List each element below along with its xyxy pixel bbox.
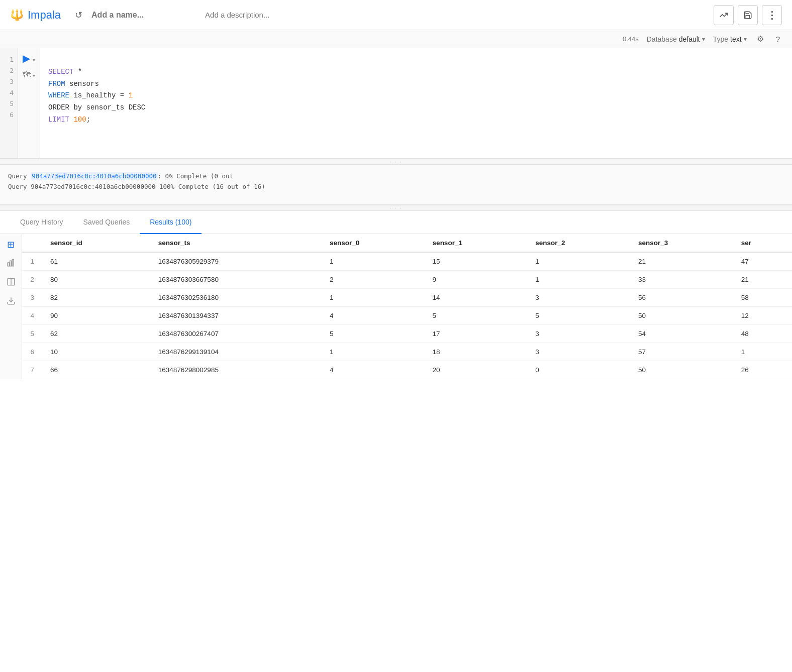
row-number: 6 <box>22 343 42 361</box>
download-icon[interactable] <box>7 296 16 307</box>
table-cell: 9 <box>425 271 528 289</box>
table-cell: 4 <box>322 307 425 325</box>
type-label: Type <box>713 35 728 43</box>
tab-results[interactable]: Results (100) <box>140 211 202 234</box>
table-cell: 1634876299139104 <box>150 343 322 361</box>
table-cell: 5 <box>425 307 528 325</box>
svg-rect-1 <box>10 261 11 266</box>
explain-arrow: ▾ <box>33 73 35 78</box>
help-button[interactable]: ? <box>774 34 782 45</box>
app-header: 🔱 Impala ↺ ⋮ <box>0 0 792 30</box>
explain-button[interactable]: 🗺 ▾ <box>23 70 35 79</box>
description-input[interactable] <box>205 11 714 19</box>
table-cell: 1 <box>322 289 425 307</box>
explain-icon: 🗺 <box>23 70 31 79</box>
run-icon: ▶ <box>23 53 30 64</box>
sql-editor: 1 2 3 4 5 6 ▶ ▾ 🗺 ▾ SELECT * FROM sensor… <box>0 48 792 159</box>
table-cell: 3 <box>527 325 630 343</box>
type-dropdown-arrow: ▾ <box>744 36 747 43</box>
results-container: ⊞ sensor_id sens <box>0 234 792 379</box>
line-numbers: 1 2 3 4 5 6 <box>0 48 18 158</box>
table-cell: 61 <box>42 252 150 271</box>
col-sensor-3[interactable]: sensor_3 <box>630 234 733 252</box>
row-number: 4 <box>22 307 42 325</box>
table-cell: 26 <box>733 361 792 379</box>
table-row: 49016348763013943374555012 <box>22 307 792 325</box>
name-input[interactable] <box>91 11 197 20</box>
table-cell: 3 <box>527 289 630 307</box>
table-cell: 15 <box>425 252 528 271</box>
table-cell: 1 <box>527 252 630 271</box>
table-cell: 21 <box>733 271 792 289</box>
table-cell: 1 <box>527 271 630 289</box>
grid-icon[interactable]: ⊞ <box>7 239 15 250</box>
table-cell: 2 <box>322 271 425 289</box>
database-dropdown-arrow: ▾ <box>702 36 705 43</box>
col-sensor-1[interactable]: sensor_1 <box>425 234 528 252</box>
table-cell: 1 <box>322 252 425 271</box>
run-dropdown-arrow: ▾ <box>33 57 35 63</box>
save-button[interactable] <box>738 5 758 25</box>
table-cell: 1634876298002985 <box>150 361 322 379</box>
chart-side-icon[interactable] <box>7 258 16 269</box>
query-toolbar: 0.44s Database default ▾ Type text ▾ ⚙ ? <box>0 30 792 48</box>
col-sensor-extra[interactable]: ser <box>733 234 792 252</box>
col-sensor-2[interactable]: sensor_2 <box>527 234 630 252</box>
col-sensor-ts[interactable]: sensor_ts <box>150 234 322 252</box>
resizer-top[interactable]: · · · <box>0 159 792 165</box>
type-selector[interactable]: Type text ▾ <box>713 35 747 43</box>
table-cell: 50 <box>630 361 733 379</box>
col-sensor-id[interactable]: sensor_id <box>42 234 150 252</box>
table-cell: 14 <box>425 289 528 307</box>
table-cell: 50 <box>630 307 733 325</box>
database-value: default <box>679 35 700 43</box>
log-line-1-suffix: : 0% Complete (0 out <box>158 172 234 180</box>
table-cell: 1634876300267407 <box>150 325 322 343</box>
tab-query-history[interactable]: Query History <box>10 211 73 234</box>
table-row: 382163487630253618011435658 <box>22 289 792 307</box>
table-cell: 4 <box>322 361 425 379</box>
resizer-bottom[interactable]: · · · <box>0 205 792 211</box>
table-row: 766163487629800298542005026 <box>22 361 792 379</box>
table-header-row: sensor_id sensor_ts sensor_0 sensor_1 se… <box>22 234 792 252</box>
run-button[interactable]: ▶ ▾ <box>23 52 36 64</box>
app-logo: 🔱 Impala <box>10 9 61 22</box>
table-cell: 18 <box>425 343 528 361</box>
col-row-num <box>22 234 42 252</box>
table-cell: 12 <box>733 307 792 325</box>
table-cell: 82 <box>42 289 150 307</box>
settings-icon: ⚙ <box>757 35 764 43</box>
more-button[interactable]: ⋮ <box>762 5 782 25</box>
table-cell: 62 <box>42 325 150 343</box>
settings-button[interactable]: ⚙ <box>755 33 766 45</box>
results-table-wrapper: sensor_id sensor_ts sensor_0 sensor_1 se… <box>22 234 792 379</box>
database-selector[interactable]: Database default ▾ <box>647 35 705 43</box>
table-cell: 48 <box>733 325 792 343</box>
header-actions: ⋮ <box>714 5 782 25</box>
help-icon: ? <box>776 35 780 43</box>
svg-rect-2 <box>12 259 14 266</box>
split-icon[interactable] <box>7 277 16 288</box>
table-cell: 80 <box>42 271 150 289</box>
more-icon: ⋮ <box>767 9 777 21</box>
table-cell: 17 <box>425 325 528 343</box>
table-cell: 1634876305929379 <box>150 252 322 271</box>
chart-button[interactable] <box>714 5 734 25</box>
table-cell: 56 <box>630 289 733 307</box>
undo-button[interactable]: ↺ <box>71 8 86 23</box>
col-sensor-0[interactable]: sensor_0 <box>322 234 425 252</box>
table-cell: 10 <box>42 343 150 361</box>
table-cell: 90 <box>42 307 150 325</box>
side-tools: ⊞ <box>0 234 22 379</box>
tab-saved-queries[interactable]: Saved Queries <box>73 211 140 234</box>
table-cell: 21 <box>630 252 733 271</box>
table-cell: 54 <box>630 325 733 343</box>
row-number: 7 <box>22 361 42 379</box>
row-number: 3 <box>22 289 42 307</box>
table-cell: 1634876302536180 <box>150 289 322 307</box>
table-cell: 20 <box>425 361 528 379</box>
log-line-1: Query 904a773ed7016c0c:4010a6cb00000000:… <box>8 171 784 181</box>
table-cell: 0 <box>527 361 630 379</box>
log-line-1-prefix: Query <box>8 172 31 180</box>
sql-code[interactable]: SELECT * FROM sensors WHERE is_healthy =… <box>40 48 792 158</box>
